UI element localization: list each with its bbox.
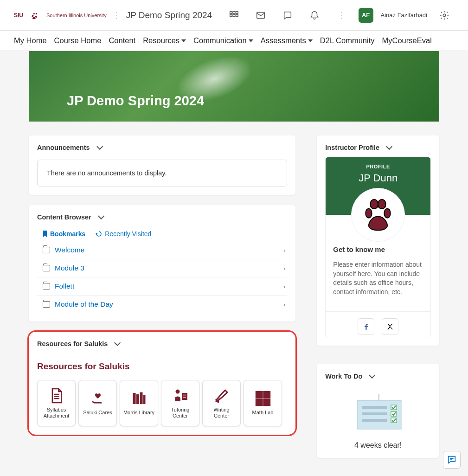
- x-icon: [386, 322, 394, 331]
- svg-rect-1: [233, 11, 235, 13]
- announcements-title: Announcements: [37, 144, 90, 151]
- bookmark-icon: [43, 231, 47, 237]
- profile-know-me: Get to know me: [333, 245, 385, 253]
- profile-avatar: [351, 188, 405, 242]
- announcements-header[interactable]: Announcements: [37, 144, 287, 151]
- chevron-down-icon: [98, 213, 104, 219]
- svg-rect-22: [391, 405, 397, 410]
- folder-icon: [43, 301, 50, 308]
- svg-rect-9: [136, 394, 139, 404]
- org-name: Southern Illinois University: [46, 13, 107, 18]
- content-item-welcome[interactable]: Welcome ›: [37, 241, 287, 259]
- svg-rect-11: [143, 395, 146, 405]
- org-logo[interactable]: SIU Southern Illinois University: [14, 11, 107, 20]
- svg-rect-4: [233, 14, 235, 17]
- chevron-right-icon: ›: [283, 265, 285, 272]
- nav-my-home[interactable]: My Home: [14, 36, 47, 45]
- tile-math-lab[interactable]: Math Lab: [244, 380, 282, 426]
- announcements-empty: There are no announcements to display.: [37, 160, 287, 187]
- chevron-right-icon: ›: [283, 301, 285, 308]
- apps-icon[interactable]: [224, 7, 244, 24]
- course-banner: JP Demo Spring 2024: [29, 51, 439, 122]
- folder-icon: [43, 283, 50, 289]
- bell-icon[interactable]: [305, 7, 324, 24]
- tile-tutoring-center[interactable]: Tutoring Center: [161, 380, 199, 426]
- chevron-down-icon: [386, 143, 392, 150]
- svg-rect-16: [263, 399, 270, 406]
- svg-rect-2: [236, 11, 238, 13]
- user-avatar[interactable]: AF: [359, 8, 373, 23]
- mail-icon[interactable]: [251, 7, 270, 24]
- svg-point-7: [443, 14, 446, 17]
- tile-syllabus-attachment[interactable]: Syllabus Attachment: [37, 380, 76, 426]
- help-chat-button[interactable]: [443, 451, 461, 469]
- instructor-profile-header[interactable]: Instructor Profile: [325, 144, 431, 151]
- recent-icon: [96, 231, 102, 237]
- tile-morris-library[interactable]: Morris Library: [120, 380, 158, 426]
- svg-rect-21: [362, 419, 387, 422]
- books-icon: [131, 390, 147, 407]
- user-name[interactable]: Ainaz Fazlfarhadi: [381, 12, 427, 19]
- tile-writing-center[interactable]: Writing Center: [202, 380, 241, 426]
- chevron-down-icon: [249, 39, 253, 42]
- nav-communication[interactable]: Communication: [193, 36, 253, 45]
- nav-content[interactable]: Content: [109, 36, 135, 45]
- content-item-module-of-the-day[interactable]: Module of the Day ›: [37, 295, 287, 313]
- work-to-do-widget: Work To Do 4 weeks clear!: [317, 364, 439, 458]
- paw-icon: [359, 196, 397, 233]
- x-twitter-button[interactable]: [382, 318, 398, 335]
- divider: ⋮: [112, 10, 121, 20]
- resources-header[interactable]: Resources for Salukis: [37, 340, 287, 347]
- profile-header: PROFILE JP Dunn: [326, 157, 430, 215]
- chat-bubble-icon: [447, 455, 457, 465]
- content-item-follett[interactable]: Follett ›: [37, 277, 287, 295]
- content-browser-header[interactable]: Content Browser: [37, 213, 287, 221]
- facebook-button[interactable]: [358, 318, 374, 335]
- document-icon: [48, 387, 65, 404]
- tutor-icon: [172, 387, 189, 404]
- main-nav: My Home Course Home Content Resources Co…: [0, 31, 468, 51]
- folder-icon: [43, 265, 50, 271]
- chevron-down-icon: [114, 340, 121, 346]
- nav-resources[interactable]: Resources: [143, 36, 186, 45]
- nav-mycourseeval[interactable]: MyCourseEval: [382, 36, 432, 45]
- course-title-top[interactable]: JP Demo Spring 2024: [126, 10, 212, 20]
- chevron-down-icon: [308, 39, 313, 42]
- folder-icon: [43, 247, 50, 253]
- instructor-profile-widget: Instructor Profile PROFILE JP Dunn Get t…: [317, 135, 439, 346]
- tile-saluki-cares[interactable]: Saluki Cares: [78, 380, 117, 426]
- nav-d2l-community[interactable]: D2L Community: [320, 36, 375, 45]
- heart-hand-icon: [90, 390, 106, 407]
- svg-point-12: [175, 389, 180, 393]
- nav-course-home[interactable]: Course Home: [54, 36, 102, 45]
- profile-name: JP Dunn: [330, 172, 426, 184]
- svg-rect-3: [230, 14, 232, 17]
- nav-assessments[interactable]: Assessments: [261, 36, 313, 45]
- resources-widget: Resources for Salukis Resources for Salu…: [29, 332, 295, 435]
- chevron-down-icon: [181, 39, 186, 42]
- resources-heading: Resources for Salukis: [37, 361, 287, 372]
- content-list: Welcome › Module 3 › Follett › Module of…: [37, 241, 287, 313]
- chevron-down-icon: [96, 143, 103, 150]
- divider: ⋮: [337, 10, 346, 20]
- tab-recently-visited[interactable]: Recently Visited: [96, 230, 151, 238]
- paw-logo-icon: [28, 11, 42, 20]
- chevron-down-icon: [369, 372, 375, 379]
- tab-bookmarks[interactable]: Bookmarks: [43, 230, 85, 238]
- pen-icon: [213, 387, 230, 404]
- svg-rect-8: [133, 393, 135, 404]
- content-item-module-3[interactable]: Module 3 ›: [37, 259, 287, 277]
- chat-icon[interactable]: [278, 7, 297, 24]
- svg-rect-6: [256, 12, 264, 18]
- svg-rect-10: [140, 392, 142, 405]
- work-to-do-illustration: [325, 380, 431, 433]
- gear-icon[interactable]: [435, 7, 454, 24]
- profile-bio: Please enter information about yourself …: [333, 260, 423, 296]
- svg-rect-20: [362, 412, 387, 415]
- content-browser-widget: Content Browser Bookmarks Recently Visit…: [29, 205, 295, 322]
- checklist-icon: [346, 392, 410, 433]
- work-to-do-header[interactable]: Work To Do: [325, 373, 431, 380]
- svg-rect-5: [236, 14, 238, 17]
- chevron-right-icon: ›: [283, 247, 285, 254]
- svg-rect-19: [362, 406, 387, 409]
